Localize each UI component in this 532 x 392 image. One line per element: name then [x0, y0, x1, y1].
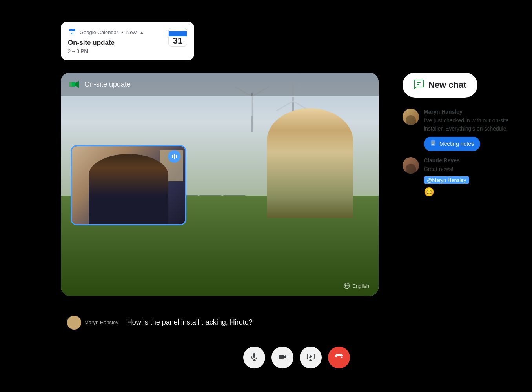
svg-rect-18: [279, 355, 284, 359]
meeting-notes-button[interactable]: Meeting notes: [424, 137, 480, 151]
pip-video: [71, 145, 186, 225]
video-call-title: On-site update: [84, 80, 131, 89]
chat-message-claude: Claude Reyes Great news! @Maryn Hansley …: [403, 157, 516, 197]
notification-header: 31 Google Calendar • Now ▲: [68, 28, 144, 36]
caption-bar: Maryn Hansley How is the panel install t…: [61, 314, 379, 331]
right-panel: New chat Maryn Hansley I've just checked…: [403, 73, 516, 203]
avatar-face-claude: [403, 157, 419, 174]
meeting-notes-icon: [430, 140, 436, 148]
camera-icon: [278, 352, 287, 363]
svg-text:31: 31: [71, 32, 74, 35]
blade-3: [276, 100, 293, 111]
svg-rect-3: [69, 30, 75, 31]
avatar-maryn: [403, 109, 419, 125]
notification-chevron: ▲: [140, 30, 144, 34]
avatar-claude: [403, 157, 419, 174]
svg-rect-23: [341, 356, 343, 358]
mic-icon: [250, 352, 259, 363]
chat-content-claude: Claude Reyes Great news! @Maryn Hansley …: [424, 157, 469, 197]
notification-calendar-badge: 31: [168, 28, 187, 47]
notification-title: On-site update: [68, 39, 144, 47]
meeting-notes-label: Meeting notes: [439, 141, 474, 147]
language-indicator: English: [338, 279, 375, 292]
worker-silhouette: [267, 108, 353, 218]
notification-content: 31 Google Calendar • Now ▲ On-site updat…: [68, 28, 144, 54]
gcal-icon: 31: [68, 28, 77, 36]
calendar-badge-number: 31: [173, 36, 182, 46]
chat-sender-claude: Claude Reyes: [424, 157, 469, 163]
meet-header: On-site update: [61, 73, 379, 96]
chat-section: Maryn Hansley I've just checked in with …: [403, 109, 516, 203]
svg-rect-10: [69, 82, 72, 87]
new-chat-button[interactable]: New chat: [403, 73, 477, 98]
blade-5: [251, 96, 252, 116]
notification-timerange: 2 – 3 PM: [68, 48, 144, 54]
avatar-body-claude: [406, 164, 415, 174]
avatar-body-maryn: [406, 115, 415, 125]
mic-button[interactable]: [243, 347, 265, 368]
camera-button[interactable]: [271, 347, 293, 368]
meet-logo: [69, 79, 80, 90]
end-call-button[interactable]: [328, 347, 350, 368]
caption-avatar: [67, 316, 81, 330]
chat-content-maryn: Maryn Hansley I've just checked in with …: [424, 109, 516, 151]
notification-source: Google Calendar: [80, 29, 118, 35]
audio-bar-2: [174, 154, 175, 159]
audio-bar-3: [176, 155, 177, 158]
control-bar: [61, 347, 532, 368]
notification-card[interactable]: 31 Google Calendar • Now ▲ On-site updat…: [61, 22, 194, 60]
svg-rect-5: [71, 29, 71, 30]
language-label: English: [352, 283, 369, 289]
present-button[interactable]: [300, 347, 322, 368]
svg-marker-19: [284, 355, 286, 359]
pip-person: [89, 154, 168, 224]
svg-rect-6: [73, 29, 74, 30]
end-call-icon: [334, 352, 344, 363]
chat-text-claude: Great news!: [424, 165, 469, 173]
notification-time: Now: [126, 29, 137, 35]
chat-message-maryn: Maryn Hansley I've just checked in with …: [403, 109, 516, 151]
present-icon: [306, 352, 315, 363]
audio-bar-1: [172, 155, 173, 158]
emoji-reaction: 😊: [424, 187, 469, 197]
audio-indicator: [168, 150, 180, 163]
chat-text-maryn: I've just checked in with our on-site in…: [424, 116, 516, 133]
caption-speaker: Maryn Hansley: [84, 319, 118, 325]
svg-marker-11: [72, 82, 75, 87]
mention-badge: @Maryn Hansley: [424, 176, 469, 184]
avatar-face-maryn: [403, 109, 419, 125]
svg-rect-15: [253, 353, 255, 358]
new-chat-label: New chat: [428, 80, 466, 90]
audio-bars: [172, 154, 177, 159]
new-chat-icon: [414, 79, 424, 91]
calendar-badge: 31: [168, 28, 187, 47]
notification-dot: •: [121, 29, 123, 35]
chat-sender-maryn: Maryn Hansley: [424, 109, 516, 115]
caption-text: How is the panel install tracking, Hirot…: [127, 318, 253, 327]
